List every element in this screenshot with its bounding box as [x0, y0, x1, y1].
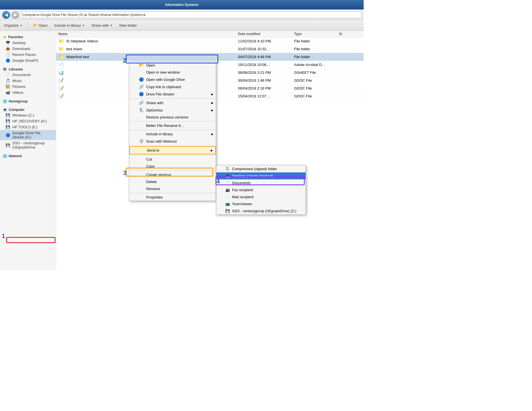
sidebar-item-documents[interactable]: 📄 Documents	[0, 72, 56, 78]
back-button[interactable]: ◀	[2, 11, 10, 19]
path-gdrive: Google Drive File Stream (G:)	[40, 13, 85, 17]
file-name-cell: 📁 Waterford test	[58, 54, 238, 60]
ctx-rename[interactable]: Rename	[129, 185, 216, 192]
sidebar-item-downloads[interactable]: 📥 Downloads	[0, 46, 56, 52]
include-library-label: Include in library	[54, 23, 81, 28]
ctx-sep-4	[129, 145, 216, 146]
col-name: Name	[58, 32, 238, 36]
sidebar-div-4	[0, 150, 56, 152]
share-with-arrow: ▼	[110, 24, 113, 27]
ctx-zipgenius[interactable]: 🗜️ ZipGenius	[129, 106, 216, 114]
step-3-badge: 3	[123, 170, 127, 176]
star-icon: ★	[3, 35, 6, 39]
ctx-properties[interactable]: Properties	[129, 194, 216, 201]
new-folder-button[interactable]: New folder	[118, 22, 138, 28]
sidebar-item-gdrivefs[interactable]: 🔵 Google DriveFS	[0, 58, 56, 63]
table-row[interactable]: 📁 test share 31/07/2018 10:32 ... File f…	[56, 45, 364, 53]
sidebar-item-hp-recovery[interactable]: 💾 HP_RECOVERY (D:)	[0, 118, 56, 124]
ctx-restore-versions[interactable]: Restore previous versions	[129, 114, 216, 121]
sidebar-div-2	[0, 95, 56, 98]
include-library-arrow: ▼	[82, 24, 85, 27]
col-modified: Date modified	[238, 32, 294, 36]
toolbar: Organize ▼ 📂 Open Include in library ▼ S…	[0, 20, 364, 31]
address-path[interactable]: Computer ▶ Google Drive File Stream (G:)…	[20, 12, 361, 18]
sidebar-item-recent[interactable]: 🕒 Recent Places	[0, 52, 56, 58]
ctx-cut[interactable]: Cut	[129, 156, 216, 163]
path-arrow-4: ▶	[144, 13, 146, 16]
webroot-icon: 🛡️	[138, 139, 144, 143]
sso-icon: 💾	[225, 209, 230, 213]
documents-icon: 📄	[6, 73, 10, 77]
ctx-sep-2	[129, 121, 216, 122]
ctx-include-library[interactable]: Include in library	[129, 131, 216, 138]
videos-icon: 📹	[6, 90, 10, 95]
folder-icon: 📁	[58, 38, 64, 44]
sidebar-item-desktop[interactable]: 🖥️ Desktop	[0, 40, 56, 46]
forward-button[interactable]: ▶	[11, 11, 19, 19]
open-button[interactable]: 📂 Open	[31, 22, 49, 28]
ctx-share-with[interactable]: 🔗 Share with	[129, 99, 216, 106]
ctx-open-google-drive[interactable]: 🔵 Open with Google Drive	[129, 76, 216, 83]
gdrivefs-icon: 🔵	[6, 58, 10, 63]
drive-g-icon: 🔵	[6, 133, 10, 137]
gdoc-icon: 📝	[58, 78, 64, 83]
col-type: Type	[294, 32, 339, 36]
link-icon: 🔗	[138, 85, 144, 89]
network-icon: 🌐	[3, 154, 7, 158]
downloads-icon: 📥	[6, 47, 10, 51]
submenu-fax[interactable]: 📠 Fax recipient	[216, 186, 306, 193]
ctx-copy[interactable]: Copy	[129, 163, 216, 170]
sidebar: ★ Favorites 🖥️ Desktop 📥 Downloads 🕒 Rec…	[0, 31, 56, 271]
include-library-button[interactable]: Include in library ▼	[52, 22, 86, 28]
ctx-sep-3	[129, 130, 216, 130]
organize-arrow: ▼	[20, 24, 23, 27]
ctx-better-rename[interactable]: Better File Rename 6...	[129, 122, 216, 129]
submenu-sso[interactable]: 💾 SSO - centurygroup (\\EgnyteDrive) (Z:…	[216, 207, 306, 214]
ctx-open-new-window[interactable]: Open in new window	[129, 69, 216, 76]
title-bar-text: Information Systems	[2, 3, 361, 7]
submenu-mail[interactable]: ✉️ Mail recipient	[216, 193, 306, 200]
pdf-icon: 📄	[58, 62, 64, 67]
path-arrow-2: ▶	[85, 13, 88, 16]
ctx-sep-5	[129, 155, 216, 155]
drive-c-icon: 💾	[6, 113, 10, 117]
share-with-label: Share with	[91, 23, 109, 28]
share-with-button[interactable]: Share with ▼	[90, 22, 114, 28]
libraries-icon: 📚	[3, 67, 7, 71]
ctx-create-shortcut[interactable]: Create shortcut	[129, 171, 216, 178]
sidebar-item-videos[interactable]: 📹 Videos	[0, 90, 56, 95]
sidebar-item-sso[interactable]: 💾 SSO - centurygroup (\\EgnyteDrive	[0, 140, 56, 150]
sidebar-item-music[interactable]: 🎵 Music	[0, 78, 56, 84]
file-name-cell: 📁 test share	[58, 46, 238, 52]
sidebar-item-pictures[interactable]: 🖼️ Pictures	[0, 84, 56, 90]
ctx-send-to[interactable]: Send to	[129, 146, 216, 154]
title-bar: Information Systems	[0, 0, 364, 10]
ctx-scan-webroot[interactable]: 🛡️ Scan with Webroot	[129, 138, 216, 145]
send-to-submenu: 🗜️ Compressed (zipped) folder 🖥️ Desktop…	[216, 165, 306, 215]
sidebar-item-hp-tools[interactable]: 💾 HP TOOLS (E:)	[0, 124, 56, 130]
submenu-teamviewer[interactable]: 📺 TeamViewer	[216, 200, 306, 207]
submenu-desktop[interactable]: 🖥️ Desktop (create shortcut)	[216, 172, 306, 179]
ctx-open[interactable]: 📂 Open	[129, 61, 216, 69]
music-icon: 🎵	[6, 79, 10, 83]
drive-e-icon: 💾	[6, 125, 10, 129]
main-area: ★ Favorites 🖥️ Desktop 📥 Downloads 🕒 Rec…	[0, 31, 364, 271]
ctx-drive-file-stream[interactable]: 🔵 Drive File Stream	[129, 90, 216, 98]
ctx-copy-link[interactable]: 🔗 Copy link to clipboard	[129, 83, 216, 90]
drive-stream-icon: 🔵	[138, 92, 144, 96]
organize-button[interactable]: Organize ▼	[2, 22, 24, 28]
submenu-documents[interactable]: 📄 Documents	[216, 179, 306, 186]
favorites-title: ★ Favorites	[0, 33, 56, 40]
ctx-delete[interactable]: Delete	[129, 178, 216, 185]
file-list-header: Name Date modified Type Si	[56, 31, 364, 37]
sidebar-item-windows-c[interactable]: 💾 Windows (C:)	[0, 112, 56, 118]
step-1-badge: 1	[2, 233, 5, 239]
sidebar-item-gdrive-g[interactable]: 🔵 Google Drive File Stream (G:)	[0, 130, 56, 140]
submenu-compressed[interactable]: 🗜️ Compressed (zipped) folder	[216, 165, 306, 172]
table-row[interactable]: 📁 IS Helpdesk Videos 11/02/2019 4:10 PM …	[56, 37, 364, 45]
desktop-shortcut-icon: 🖥️	[225, 174, 230, 178]
gdoc-icon-3: 📝	[58, 93, 64, 99]
path-is: Information Systems	[112, 13, 143, 17]
open-label: Open	[39, 23, 48, 28]
table-row-waterford[interactable]: 📁 Waterford test 04/07/2018 4:46 PM File…	[56, 53, 364, 61]
